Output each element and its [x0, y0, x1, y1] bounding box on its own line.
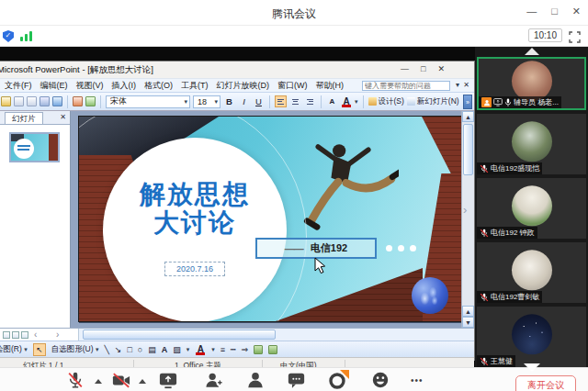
participant-tile-1[interactable]: 辅导员 杨老... — [477, 57, 586, 110]
mic-options-caret-icon[interactable] — [95, 379, 102, 384]
arrow-tool[interactable]: ↘ — [115, 345, 122, 354]
horizontal-scrollbar-thumb[interactable] — [83, 330, 276, 340]
paste-icon[interactable] — [40, 96, 50, 106]
participant-tile-5[interactable]: 王慧健 — [477, 307, 586, 367]
arrow-style-tool[interactable]: ⇒ — [242, 345, 249, 354]
scrollbar-thumb[interactable] — [463, 124, 473, 175]
menu-format[interactable]: 格式(O) — [144, 80, 173, 92]
slide-sorter-view-button[interactable] — [12, 331, 19, 339]
align-right-button[interactable] — [304, 95, 316, 107]
grow-font-button[interactable]: A — [326, 95, 338, 108]
menu-file[interactable]: 文件(F) — [5, 80, 32, 92]
slideshow-view-button[interactable] — [21, 331, 28, 339]
menu-slideshow[interactable]: 幻灯片放映(D) — [217, 80, 270, 92]
more-button[interactable]: ••• — [411, 375, 424, 385]
camera-options-caret-icon[interactable] — [139, 379, 146, 384]
dash-style-tool[interactable]: ┅ — [231, 345, 235, 354]
title-circle[interactable]: 解放思想 大讨论 2020.7.16 — [103, 138, 287, 322]
fill-color-tool[interactable]: ▨ — [173, 345, 181, 354]
menu-tools[interactable]: 工具(T) — [181, 80, 209, 92]
underline-button[interactable]: U — [253, 95, 265, 108]
new-slide-button[interactable]: 新幻灯片(N) — [407, 96, 459, 107]
participant-tile-3[interactable]: 电信192 钟政 — [477, 178, 586, 239]
print-icon[interactable] — [14, 96, 24, 106]
minimize-button[interactable]: — — [526, 6, 537, 17]
menu-view[interactable]: 视图(V) — [76, 80, 104, 92]
autoshapes-button[interactable]: 自选图形(U) ▾ — [51, 344, 99, 355]
copy-icon[interactable] — [27, 96, 37, 106]
vertical-scrollbar[interactable]: ▲ ▲ ▼ — [461, 111, 474, 328]
shadow-style-tool[interactable] — [254, 345, 263, 354]
previous-slide-button[interactable]: ▲ — [462, 306, 474, 317]
line-style-tool[interactable]: ≡ — [220, 345, 225, 354]
design-button[interactable]: 设计(S) — [368, 96, 404, 107]
reactions-button[interactable] — [371, 371, 390, 391]
ppt-maximize-button[interactable]: □ — [421, 64, 425, 73]
scroll-right-icon[interactable]: › — [56, 330, 59, 340]
participant-tile-4[interactable]: 电信192曹剑敏 — [477, 242, 586, 303]
rectangle-tool[interactable]: □ — [127, 345, 131, 354]
help-search-box[interactable] — [362, 81, 450, 91]
font-name-select[interactable]: 宋体▾ — [106, 95, 190, 108]
close-button[interactable]: ✕ — [572, 6, 581, 17]
normal-view-button[interactable] — [3, 331, 10, 339]
pane-close-icon[interactable]: ✕ — [60, 113, 66, 121]
draw-font-color-dropdown-icon[interactable]: ▾ — [211, 346, 215, 353]
sidebar-collapse-icon[interactable]: › — [463, 203, 467, 217]
participant-tile-2[interactable]: 电信192盛现恺 — [477, 114, 586, 174]
table-icon[interactable] — [85, 96, 96, 106]
participants-scroll-up-icon[interactable] — [525, 48, 539, 55]
3d-style-tool[interactable] — [268, 345, 277, 354]
align-left-button[interactable] — [275, 95, 287, 107]
next-slide-button[interactable]: ▼ — [462, 317, 474, 328]
participant-name: 王慧健 — [491, 356, 513, 366]
fullscreen-icon[interactable] — [569, 30, 581, 42]
invite-button[interactable] — [204, 371, 224, 391]
menu-insert[interactable]: 插入(I) — [112, 80, 137, 92]
mic-muted-button[interactable] — [66, 371, 85, 391]
draw-font-color-tool[interactable]: A — [195, 344, 206, 354]
draw-menu-button[interactable]: 绘图(R) ▾ — [0, 344, 28, 355]
camera-muted-button[interactable] — [111, 371, 131, 391]
textbox-tool[interactable]: ▤ — [148, 345, 156, 354]
oval-tool[interactable]: ○ — [138, 345, 142, 354]
byline-textbox[interactable]: —— 电信192 — [255, 238, 377, 259]
security-shield-icon[interactable] — [3, 30, 14, 42]
help-search-input[interactable] — [365, 82, 447, 90]
participants-scroll-down-icon[interactable] — [524, 363, 540, 372]
bold-button[interactable]: B — [223, 95, 235, 108]
font-size-select[interactable]: 18▾ — [193, 95, 220, 108]
wordart-tool[interactable]: A — [162, 345, 168, 354]
slide-canvas[interactable]: 解放思想 大讨论 2020.7.16 —— 电信192 — [78, 116, 462, 322]
help-dropdown-icon[interactable]: ▾ — [456, 81, 459, 89]
share-screen-button[interactable] — [158, 371, 178, 391]
slide-thumbnail-1[interactable] — [9, 132, 60, 162]
maximize-button[interactable]: □ — [551, 6, 558, 17]
leave-meeting-button[interactable]: 离开会议 — [515, 375, 576, 391]
font-color-button[interactable]: A — [341, 96, 352, 106]
menu-window[interactable]: 窗口(W) — [277, 80, 308, 92]
participants-button[interactable] — [246, 371, 265, 391]
tab-slides[interactable]: 幻灯片 — [5, 112, 43, 124]
fill-color-dropdown-icon[interactable]: ▾ — [187, 346, 190, 353]
undo-icon[interactable] — [52, 96, 62, 106]
menu-edit[interactable]: 编辑(E) — [40, 80, 68, 92]
chart-icon[interactable] — [73, 96, 83, 106]
document-close-icon[interactable]: ✕ — [463, 81, 469, 89]
toolbar-overflow-button[interactable]: » — [463, 95, 472, 109]
toolbar-icon[interactable] — [1, 96, 11, 106]
align-center-button[interactable] — [289, 95, 301, 107]
italic-button[interactable]: I — [238, 95, 250, 108]
font-color-dropdown-icon[interactable]: ▾ — [355, 98, 358, 106]
slide-date[interactable]: 2020.7.16 — [164, 262, 225, 276]
ppt-close-button[interactable]: ✕ — [437, 64, 445, 73]
menu-help[interactable]: 帮助(H) — [316, 80, 345, 92]
horizontal-scrollbar[interactable] — [78, 329, 474, 341]
select-tool-button[interactable]: ↖ — [33, 343, 46, 356]
line-tool[interactable]: ╲ — [104, 345, 108, 354]
chat-button[interactable] — [287, 371, 306, 391]
ppt-minimize-button[interactable]: — — [401, 64, 409, 73]
scroll-left-icon[interactable]: ‹ — [34, 330, 37, 340]
scroll-up-icon[interactable]: ▲ — [462, 111, 474, 122]
record-button[interactable] — [327, 371, 347, 391]
